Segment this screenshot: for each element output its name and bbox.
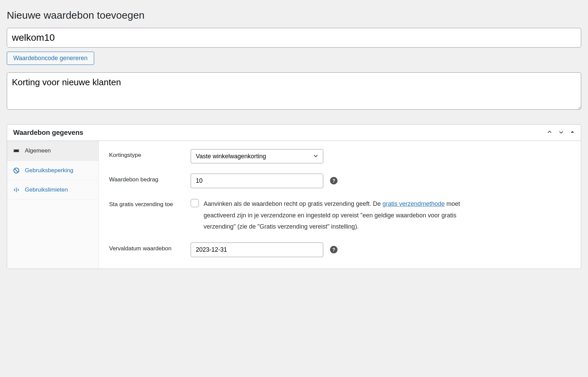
free-shipping-label: Sta gratis verzending toe — [109, 198, 191, 208]
panel-collapse-icon[interactable] — [570, 129, 575, 136]
panel-header-controls — [547, 129, 575, 136]
panel-header: Waardebon gegevens — [7, 125, 581, 141]
expiry-date-input[interactable] — [191, 243, 323, 257]
block-icon — [13, 167, 20, 174]
help-icon[interactable]: ? — [330, 177, 338, 184]
coupon-amount-input[interactable] — [191, 174, 323, 188]
coupon-code-input[interactable] — [7, 28, 581, 48]
generate-code-button[interactable]: Waardeboncode genereren — [7, 52, 94, 65]
coupon-data-panel: Waardebon gegevens Algemeen — [7, 124, 581, 269]
tab-usage-limits[interactable]: Gebruikslimieten — [7, 180, 99, 200]
tab-usage-restriction[interactable]: Gebruiksbeperking — [7, 161, 99, 180]
svg-line-1 — [15, 169, 18, 173]
discount-type-label: Kortingstype — [109, 149, 191, 159]
help-icon[interactable]: ? — [330, 246, 338, 253]
tab-label: Gebruiksbeperking — [25, 167, 73, 174]
panel-move-up-icon[interactable] — [547, 129, 552, 136]
panel-move-down-icon[interactable] — [558, 129, 564, 136]
tab-general[interactable]: Algemeen — [7, 141, 99, 161]
coupon-description-textarea[interactable]: Korting voor nieuwe klanten — [7, 72, 581, 110]
expiry-date-label: Vervaldatum waardebon — [109, 243, 191, 252]
free-shipping-checkbox[interactable] — [191, 199, 199, 207]
free-shipping-method-link[interactable]: gratis verzendmethode — [382, 200, 445, 207]
tab-label: Gebruikslimieten — [25, 186, 68, 193]
free-shipping-description: Aanvinken als de waardebon recht op grat… — [204, 198, 462, 232]
tab-content-general: Kortingstype Vaste winkelwagenkorting Wa… — [99, 141, 581, 269]
ticket-icon — [13, 147, 20, 155]
tab-label: Algemeen — [25, 147, 51, 154]
coupon-amount-label: Waardebon bedrag — [109, 174, 191, 183]
panel-title: Waardebon gegevens — [13, 129, 83, 137]
panel-tabs: Algemeen Gebruiksbeperking Gebruikslimie… — [7, 141, 99, 269]
discount-type-select[interactable]: Vaste winkelwagenkorting — [191, 149, 323, 163]
limits-icon — [13, 186, 20, 193]
page-title: Nieuwe waardebon toevoegen — [7, 10, 581, 21]
